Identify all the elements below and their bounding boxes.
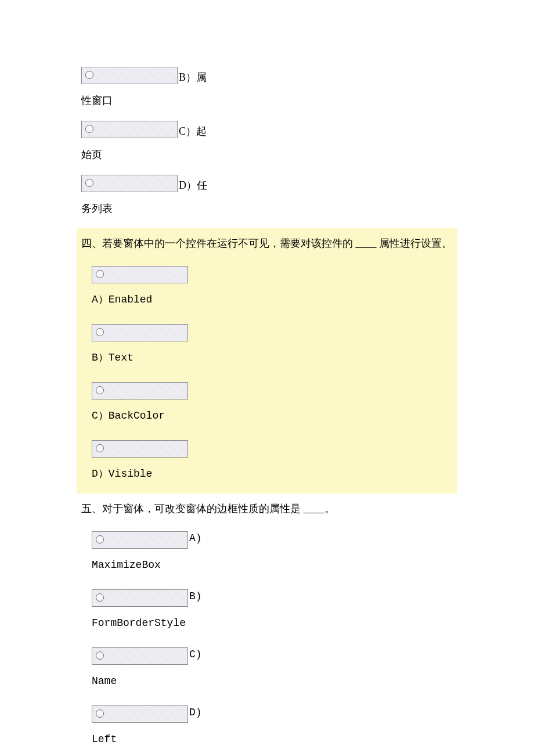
radio-input[interactable]: [81, 121, 178, 138]
option-text: MaximizeBox: [92, 555, 453, 575]
question-4: 四、若要窗体中的一个控件在运行不可见，需要对该控件的 ____ 属性进行设置。 …: [77, 228, 457, 494]
page: B）属 性窗口 C）起 始页 D）任 务列表 四、若要窗体中的一个控件在运行不可…: [0, 0, 534, 756]
option-text-wrap: 始页: [81, 146, 453, 163]
radio-input[interactable]: [92, 324, 188, 341]
option-text-part1: 起: [196, 125, 207, 137]
radio-dot-icon: [96, 328, 104, 336]
q3-option-d-row: D）任 务列表: [81, 175, 453, 217]
radio-dot-icon: [96, 593, 104, 602]
radio-dot-icon: [85, 71, 93, 79]
question-stem: 五、对于窗体，可改变窗体的边框性质的属性是 ____。: [81, 498, 453, 519]
option-text-wrap: 性窗口: [81, 92, 453, 109]
option-label: D）Visible: [92, 463, 453, 484]
q3-option-b-row: B）属 性窗口: [81, 67, 453, 109]
radio-input[interactable]: [81, 67, 178, 84]
q3-option-c-row: C）起 始页: [81, 121, 453, 163]
q5-options: A) MaximizeBox B) FormBorderStyle C) Nam…: [92, 528, 453, 750]
option-letter: C): [189, 649, 202, 660]
option-letter: D）: [179, 179, 197, 191]
q5-option-d: D) Left: [92, 702, 453, 750]
option-letter: A): [189, 532, 202, 544]
question-5: 五、对于窗体，可改变窗体的边框性质的属性是 ____。 A) MaximizeB…: [81, 494, 453, 756]
option-label: A）Enabled: [92, 289, 453, 310]
radio-dot-icon: [96, 710, 104, 718]
option-letter: B）: [179, 71, 196, 83]
q4-options: A）Enabled B）Text C）BackColor D）Visible: [92, 262, 453, 484]
radio-dot-icon: [85, 125, 93, 133]
radio-dot-icon: [96, 651, 104, 660]
option-letter: D): [189, 707, 202, 718]
q4-option-a: A）Enabled: [92, 262, 453, 310]
option-label: B）Text: [92, 347, 453, 368]
radio-input[interactable]: [92, 705, 188, 723]
option-text-part1: 任: [197, 179, 207, 191]
radio-dot-icon: [96, 535, 104, 543]
option-text-part1: 属: [196, 71, 207, 83]
option-label: C）BackColor: [92, 405, 453, 426]
radio-input[interactable]: [92, 440, 188, 458]
radio-dot-icon: [96, 386, 104, 394]
radio-dot-icon: [85, 179, 93, 187]
q5-option-c: C) Name: [92, 644, 453, 692]
option-text-wrap: 务列表: [81, 200, 453, 217]
option-letter: C）: [179, 125, 196, 137]
radio-dot-icon: [96, 270, 104, 278]
radio-dot-icon: [96, 444, 104, 452]
q4-option-d: D）Visible: [92, 437, 453, 484]
radio-input[interactable]: [92, 531, 188, 549]
radio-input[interactable]: [92, 266, 188, 283]
question-stem: 四、若要窗体中的一个控件在运行不可见，需要对该控件的 ____ 属性进行设置。: [81, 233, 453, 254]
option-text: Left: [92, 729, 453, 750]
q5-option-b: B) FormBorderStyle: [92, 586, 453, 633]
content-area: B）属 性窗口 C）起 始页 D）任 务列表 四、若要窗体中的一个控件在运行不可…: [81, 67, 453, 756]
option-text: Name: [92, 671, 453, 692]
q5-option-a: A) MaximizeBox: [92, 528, 453, 575]
radio-input[interactable]: [92, 382, 188, 399]
option-letter: B): [189, 591, 202, 602]
radio-input[interactable]: [81, 175, 178, 192]
radio-input[interactable]: [92, 589, 188, 607]
q4-option-c: C）BackColor: [92, 379, 453, 426]
radio-input[interactable]: [92, 647, 188, 665]
q4-option-b: B）Text: [92, 321, 453, 368]
option-text: FormBorderStyle: [92, 613, 453, 633]
